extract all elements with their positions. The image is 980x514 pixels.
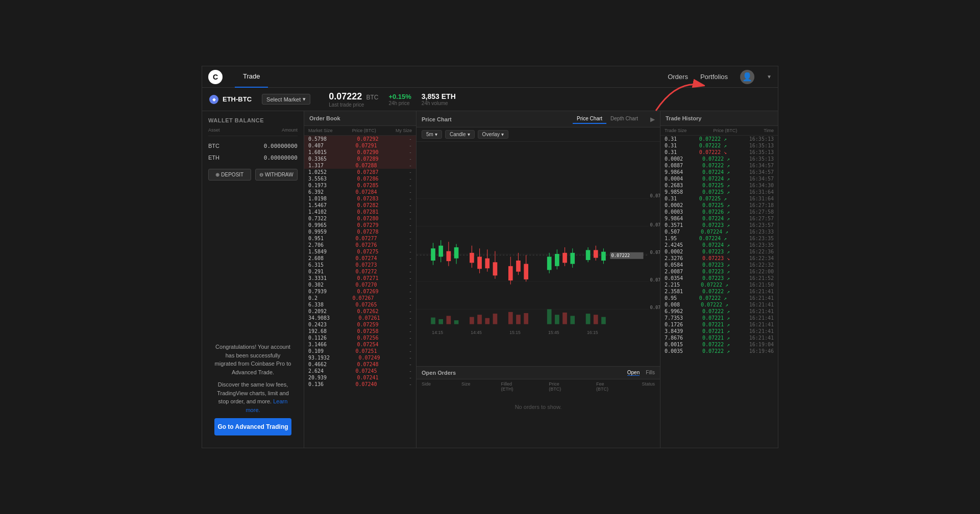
withdraw-button[interactable]: ⊖ WITHDRAW xyxy=(255,169,298,181)
chart-controls: 5m ▾ Candle ▾ Overlay ▾ xyxy=(416,127,660,142)
svg-rect-42 xyxy=(570,253,575,264)
asset-eth-name: ETH xyxy=(208,155,219,161)
svg-rect-48 xyxy=(601,252,606,261)
ob-ask-row: 0.1126 0.07256 - xyxy=(304,335,416,341)
ob-ask-row: 0.2 0.07267 - xyxy=(304,295,416,301)
user-icon: 👤 xyxy=(742,72,752,82)
order-book-header: Order Book xyxy=(304,111,416,126)
svg-rect-40 xyxy=(562,253,567,263)
tab-depth-chart[interactable]: Depth Chart xyxy=(606,114,642,124)
svg-rect-62 xyxy=(562,313,567,324)
asset-eth-amount: 0.00000000 xyxy=(264,155,298,161)
svg-rect-63 xyxy=(570,316,575,324)
coinbase-logo[interactable]: C xyxy=(208,70,223,84)
chevron-icon2: ▾ xyxy=(468,132,470,137)
svg-rect-16 xyxy=(438,246,443,257)
svg-rect-55 xyxy=(485,318,489,324)
svg-text:14:15: 14:15 xyxy=(432,330,443,335)
tab-fills[interactable]: Fills xyxy=(646,370,655,376)
th-row: 0.0015 0.07222 ↗ 16:19:04 xyxy=(660,341,778,348)
th-row: 2.4245 0.07224 ↗ 16:23:35 xyxy=(660,242,778,248)
th-row: 7.8676 0.07221 ↗ 16:21:41 xyxy=(660,335,778,341)
ob-ask-row: 6.315 0.07273 - xyxy=(304,262,416,268)
th-row: 0.31 0.07222 ↗ 16:35:13 xyxy=(660,142,778,149)
promo-discover: Discover the same low fees, TradingView … xyxy=(214,380,291,414)
ob-col-size: Market Size xyxy=(308,128,333,133)
avatar[interactable]: 👤 xyxy=(740,70,754,84)
timeframe-selector[interactable]: 5m ▾ xyxy=(422,130,442,139)
th-row: 7.7353 0.07221 ↗ 16:21:41 xyxy=(660,315,778,321)
chart-title: Price Chart xyxy=(422,116,452,122)
ob-ask-row: 34.9083 0.07261 - xyxy=(304,315,416,321)
nav-link-orders[interactable]: Orders xyxy=(668,73,688,81)
market-name: ETH-BTC xyxy=(223,95,252,103)
advanced-trading-button[interactable]: Go to Advanced Trading xyxy=(214,418,291,435)
top-nav: C Trade Orders Portfolios 👤 ▼ xyxy=(202,66,778,88)
th-row: 0.507 0.07224 ↗ 16:23:33 xyxy=(660,228,778,235)
svg-rect-36 xyxy=(547,256,552,270)
th-row: 2.215 0.07222 ↗ 16:21:50 xyxy=(660,281,778,288)
svg-rect-54 xyxy=(477,315,482,324)
svg-rect-20 xyxy=(454,247,459,259)
th-col-time: Time xyxy=(764,128,774,133)
ob-ask-row: 0.2092 0.07262 - xyxy=(304,308,416,315)
price-unit: BTC xyxy=(366,94,378,101)
asset-row-btc: BTC 0.00000000 xyxy=(208,140,298,152)
price-label: Last trade price xyxy=(329,102,378,108)
chart-tabs: Price Chart Depth Chart xyxy=(573,114,642,124)
select-market-button[interactable]: Select Market ▾ xyxy=(262,94,310,105)
ob-ask-row: 0.291 0.07272 - xyxy=(304,268,416,275)
ob-ask-row: 3.3331 0.07271 - xyxy=(304,275,416,281)
volume: 3,853 ETH xyxy=(422,92,456,100)
nav-link-portfolios[interactable]: Portfolios xyxy=(700,73,728,81)
svg-text:15:15: 15:15 xyxy=(509,330,521,335)
th-row: 9.9858 0.07225 ↗ 16:31:64 xyxy=(660,189,778,195)
svg-text:0.07222: 0.07222 xyxy=(611,253,630,259)
chart-type-selector[interactable]: Candle ▾ xyxy=(445,130,475,139)
ob-ask-row: 6.392 0.07284 - xyxy=(304,189,416,195)
change-label: 24h price xyxy=(388,100,411,106)
svg-rect-18 xyxy=(447,251,451,262)
svg-rect-59 xyxy=(524,313,528,324)
deposit-button[interactable]: ⊕ DEPOSIT xyxy=(208,169,251,181)
ob-ask-row: 0.2423 0.07259 - xyxy=(304,321,416,328)
svg-text:0.07222: 0.07222 xyxy=(650,250,660,255)
market-selector[interactable]: ◆ ETH-BTC xyxy=(209,95,252,104)
open-orders-tabs: Open Fills xyxy=(627,370,655,376)
ob-ask-row: 0.136 0.07240 - xyxy=(304,381,416,388)
candlestick-chart: 0.07238 0.07230 0.07222 0.07219 0.07210 … xyxy=(416,142,660,366)
svg-rect-66 xyxy=(601,317,606,324)
ob-col-price: Price (BTC) xyxy=(352,128,376,133)
ob-ask-row: 0.3365 0.07289 - xyxy=(304,156,416,162)
tab-open[interactable]: Open xyxy=(627,370,640,376)
th-row: 1.95 0.07224 ↗ 16:23:35 xyxy=(660,235,778,242)
ob-ask-row: 0.302 0.07270 - xyxy=(304,281,416,288)
sidebar: Wallet Balance Asset Amount BTC 0.000000… xyxy=(202,111,304,448)
expand-icon[interactable]: ▶ xyxy=(650,116,655,123)
ob-ask-row: 1.4102 0.07281 - xyxy=(304,209,416,215)
ob-ask-row: 3.5563 0.07286 - xyxy=(304,175,416,182)
ob-ask-row: 2.624 0.07245 - xyxy=(304,368,416,374)
ob-col-headers: Market Size Price (BTC) My Size xyxy=(304,126,416,136)
ob-ask-row: 0.407 0.07291 - xyxy=(304,142,416,149)
svg-text:14:45: 14:45 xyxy=(471,330,482,335)
th-row: 0.3571 0.07223 ↗ 16:23:57 xyxy=(660,222,778,228)
tab-price-chart[interactable]: Price Chart xyxy=(573,114,606,124)
nav-right: Orders Portfolios 👤 ▼ xyxy=(668,70,772,84)
order-book: Order Book Market Size Price (BTC) My Si… xyxy=(304,111,416,448)
svg-rect-61 xyxy=(555,315,559,324)
nav-tab-trade[interactable]: Trade xyxy=(235,66,268,88)
svg-text:0.07238: 0.07238 xyxy=(650,193,660,198)
promo-text: Congratulations! Your account has been s… xyxy=(214,343,291,376)
overlay-selector[interactable]: Overlay ▾ xyxy=(478,130,508,139)
plus-icon: ⊕ xyxy=(215,172,219,177)
ob-ask-row: 0.4662 0.07248 - xyxy=(304,361,416,368)
svg-text:0.07230: 0.07230 xyxy=(650,222,660,227)
asset-btc-amount: 0.00000000 xyxy=(264,143,298,149)
asset-row-eth: ETH 0.00000000 xyxy=(208,152,298,164)
open-orders: Open Orders Open Fills Side Size Filled … xyxy=(416,366,660,448)
svg-rect-24 xyxy=(477,256,482,269)
th-rows: 0.31 0.07222 ↗ 16:35:13 0.31 0.07222 ↗ 1… xyxy=(660,136,778,448)
ob-ask-row: 2.706 0.07276 - xyxy=(304,242,416,248)
oo-col-price: Price (BTC) xyxy=(549,381,566,392)
